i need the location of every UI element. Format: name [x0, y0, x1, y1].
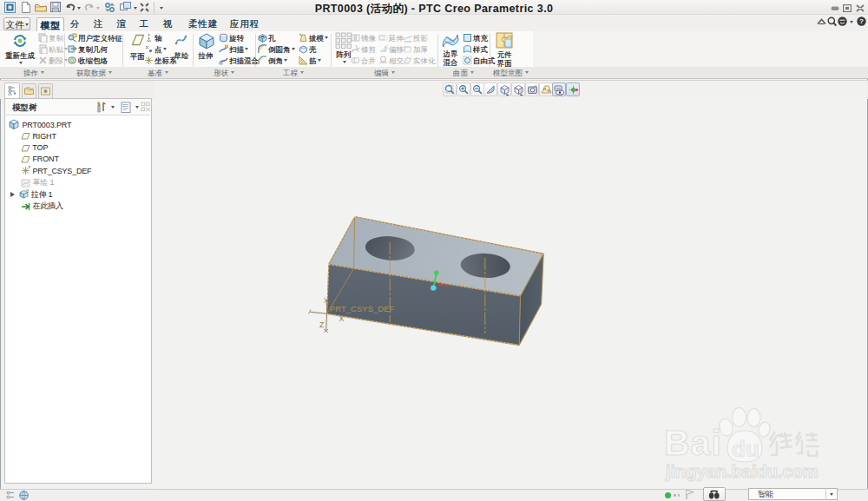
svg-text:Bai: Bai: [664, 423, 722, 463]
svg-text:?: ?: [859, 17, 864, 25]
svg-text:du: du: [732, 436, 760, 462]
svg-text:jingyan.baidu.com: jingyan.baidu.com: [665, 462, 819, 481]
